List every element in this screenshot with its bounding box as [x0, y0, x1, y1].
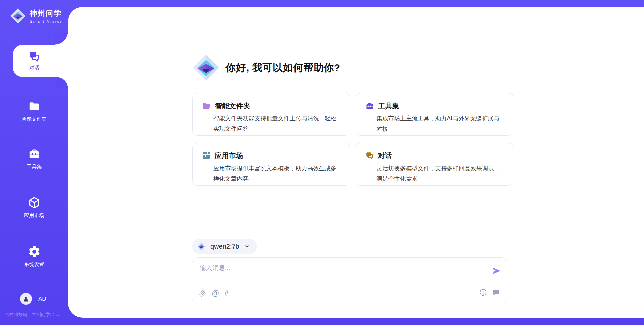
model-name: qwen2:7b: [210, 243, 239, 250]
card-smart-folder[interactable]: 智能文件夹 智能文件夹功能支持批量文件上传与清洗，轻松实现文件问答: [192, 93, 350, 136]
greeting-title: 你好, 我可以如何帮助你?: [226, 61, 340, 75]
composer-divider: [198, 284, 501, 284]
sidebar-item-label: 应用市场: [24, 212, 44, 219]
main-panel: 你好, 我可以如何帮助你? 智能文件夹 智能文件夹功能支持批量文件上传与清洗，轻…: [68, 7, 644, 318]
message-input[interactable]: 输入消息...: [200, 264, 230, 272]
card-desc: 灵活切换多模型文件，支持多样回复效果调试，满足个性化需求: [377, 163, 505, 184]
sidebar-item-label: 对话: [29, 65, 39, 71]
copyright-text: ©神州数码 · 神州问学出品: [6, 312, 59, 318]
brand-diamond-icon: [10, 8, 26, 24]
card-desc: 集成市场上主流工具，助力AI与外界无缝扩展与对接: [377, 113, 505, 134]
send-icon[interactable]: [492, 266, 501, 275]
card-title: 智能文件夹: [215, 101, 250, 111]
card-title: 对话: [378, 151, 392, 160]
sidebar-item-toolset[interactable]: 工具集: [0, 148, 68, 170]
sidebar-item-smart-folder[interactable]: 智能文件夹: [0, 100, 68, 122]
user-initials: AD: [38, 296, 46, 302]
paperclip-icon[interactable]: [199, 289, 206, 297]
briefcase-icon: [28, 148, 41, 160]
brand-name: 神州问学: [30, 8, 63, 18]
gear-icon: [28, 245, 41, 258]
app-grid-icon: [202, 151, 211, 160]
person-icon: [22, 295, 30, 302]
sidebar-item-label: 系统设置: [24, 261, 44, 268]
folder-icon: [28, 100, 41, 113]
at-icon[interactable]: @: [212, 289, 219, 298]
history-icon[interactable]: [479, 289, 487, 297]
card-desc: 智能文件夹功能支持批量文件上传与清洗，轻松实现文件问答: [213, 113, 341, 134]
hash-icon[interactable]: #: [224, 289, 228, 298]
folder-open-icon: [202, 102, 211, 111]
user-profile[interactable]: AD: [20, 293, 46, 305]
sidebar-item-label: 工具集: [26, 164, 42, 170]
brand-subtitle: Smart Vision: [30, 19, 63, 23]
cube-icon: [28, 196, 41, 209]
tab-fillet-top: [55, 31, 68, 45]
card-toolset[interactable]: 工具集 集成市场上主流工具，助力AI与外界无缝扩展与对接: [356, 93, 514, 136]
card-title: 应用市场: [215, 151, 243, 160]
avatar: [20, 293, 32, 305]
message-icon[interactable]: [492, 289, 500, 297]
card-app-market[interactable]: 应用市场 应用市场提供丰富长文本模板，助力高效生成多样化文章内容: [192, 143, 350, 186]
tab-fillet-bottom: [57, 77, 68, 88]
card-desc: 应用市场提供丰富长文本模板，助力高效生成多样化文章内容: [213, 163, 341, 184]
sidebar-item-app-market[interactable]: 应用市场: [0, 196, 68, 219]
chat-bubbles-icon: [28, 51, 40, 63]
model-selector[interactable]: qwen2:7b: [192, 239, 257, 254]
card-chat[interactable]: 对话 灵活切换多模型文件，支持多样回复效果调试，满足个性化需求: [356, 143, 514, 186]
assistant-diamond-icon: [192, 54, 220, 81]
brand: 神州问学 Smart Vision: [10, 8, 63, 24]
greeting: 你好, 我可以如何帮助你?: [192, 54, 340, 81]
sidebar-item-settings[interactable]: 系统设置: [0, 245, 68, 268]
sidebar-item-chat[interactable]: 对话: [13, 45, 70, 77]
card-title: 工具集: [378, 101, 399, 111]
model-diamond-icon: [197, 242, 206, 251]
briefcase-icon: [365, 102, 374, 111]
sidebar-item-label: 智能文件夹: [21, 116, 47, 122]
message-composer[interactable]: 输入消息... @ #: [192, 257, 507, 304]
chevron-down-icon: [244, 244, 250, 249]
feature-cards: 智能文件夹 智能文件夹功能支持批量文件上传与清洗，轻松实现文件问答 工具集 集成…: [192, 93, 513, 186]
chat-bubbles-icon: [365, 151, 374, 160]
